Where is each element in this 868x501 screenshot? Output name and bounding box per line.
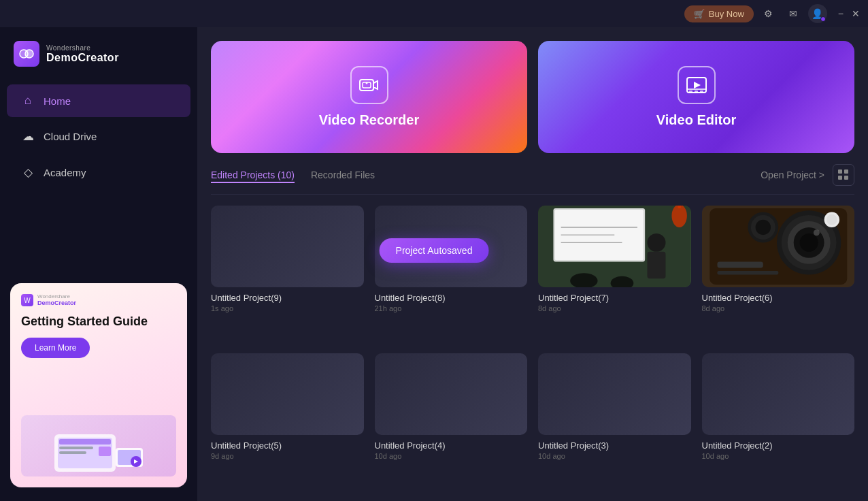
tab-edited-projects[interactable]: Edited Projects (10) — [211, 167, 295, 183]
project-name-6: Untitled Project(6) — [702, 293, 855, 303]
project-time-2: 10d ago — [702, 452, 855, 460]
home-icon: ⌂ — [20, 94, 35, 108]
project-name-5: Untitled Project(5) — [211, 440, 364, 451]
svg-marker-16 — [694, 82, 701, 88]
app-layout: Wondershare DemoCreator ⌂ Home ☁ Cloud D… — [0, 27, 868, 501]
project-card-4[interactable]: Untitled Project(4) 10d ago — [375, 353, 528, 490]
toast-overlay: Project Autosaved — [380, 238, 489, 263]
gs-learn-button[interactable]: Learn More — [21, 338, 90, 358]
app-name: DemoCreator — [46, 52, 119, 64]
user-avatar[interactable]: 👤 — [808, 4, 827, 23]
svg-rect-24 — [844, 176, 848, 180]
video-editor-card[interactable]: Video Editor — [538, 41, 854, 153]
recorder-title: Video Recorder — [319, 112, 419, 128]
editor-icon — [678, 66, 716, 104]
cart-icon: 🛒 — [694, 9, 705, 19]
logo-area: Wondershare DemoCreator — [0, 27, 197, 83]
project-time-4: 10d ago — [375, 452, 528, 460]
svg-rect-20 — [700, 91, 703, 93]
svg-rect-5 — [59, 447, 93, 449]
project-name-2: Untitled Project(2) — [702, 440, 855, 451]
buy-now-label: Buy Now — [709, 9, 744, 19]
gs-logo-icon: W — [21, 294, 33, 306]
titlebar: 🛒 Buy Now ⚙ ✉ 👤 − ✕ — [0, 0, 868, 27]
project-card-2[interactable]: Untitled Project(2) 10d ago — [702, 353, 855, 490]
svg-rect-50 — [717, 261, 763, 268]
gs-illustration — [21, 415, 176, 476]
svg-rect-23 — [838, 176, 842, 180]
project-time-5: 9d ago — [211, 452, 364, 460]
project-card-5[interactable]: Untitled Project(5) 9d ago — [211, 353, 364, 490]
svg-rect-32 — [648, 252, 666, 278]
project-card-9[interactable]: Untitled Project(9) 1s ago — [211, 206, 364, 342]
svg-point-43 — [799, 233, 818, 252]
projects-grid: Untitled Project(9) 1s ago Untitled Proj… — [211, 195, 854, 501]
grid-view-button[interactable] — [833, 164, 854, 186]
sidebar-home-label: Home — [44, 95, 71, 107]
thumb-placeholder-5 — [211, 353, 364, 435]
tab-recorded-files[interactable]: Recorded Files — [311, 167, 375, 183]
project-card-8[interactable]: Untitled Project(8) 21h ago — [375, 206, 528, 342]
sidebar-cloud-label: Cloud Drive — [44, 131, 97, 142]
settings-icon[interactable]: ⚙ — [759, 4, 778, 23]
svg-rect-6 — [59, 451, 86, 454]
svg-point-31 — [648, 233, 666, 252]
cloud-icon: ☁ — [20, 129, 35, 144]
buy-now-button[interactable]: 🛒 Buy Now — [684, 5, 754, 22]
video-recorder-card[interactable]: Video Recorder — [211, 41, 527, 153]
thumb-placeholder-2 — [702, 353, 855, 435]
logo-text: Wondershare DemoCreator — [46, 44, 119, 64]
project-thumb-6 — [702, 206, 855, 287]
project-card-6[interactable]: Untitled Project(6) 8d ago — [702, 206, 855, 342]
svg-point-44 — [813, 229, 819, 236]
sidebar: Wondershare DemoCreator ⌂ Home ☁ Cloud D… — [0, 27, 197, 501]
notifications-icon[interactable]: ✉ — [784, 4, 803, 23]
svg-rect-36 — [678, 206, 680, 208]
getting-started-card: W Wondershare DemoCreator Getting Starte… — [10, 283, 187, 487]
svg-point-49 — [826, 214, 837, 225]
autosave-toast: Project Autosaved — [380, 238, 489, 263]
project-thumb-2 — [702, 353, 855, 435]
project-card-7[interactable]: Untitled Project(7) 8d ago — [538, 206, 691, 342]
gs-brand-name: DemoCreator — [37, 300, 76, 307]
sidebar-academy-label: Academy — [44, 167, 86, 178]
project-name-8: Untitled Project(8) — [375, 293, 528, 303]
project-time-8: 21h ago — [375, 304, 528, 312]
project-time-9: 1s ago — [211, 304, 364, 312]
hero-section: Video Recorder Video Editor — [197, 27, 868, 153]
svg-point-47 — [755, 220, 770, 235]
project-thumb-3 — [538, 353, 691, 435]
project-thumb-9 — [211, 206, 364, 287]
sidebar-item-home[interactable]: ⌂ Home — [7, 84, 190, 117]
project-name-4: Untitled Project(4) — [375, 440, 528, 451]
project-time-6: 8d ago — [702, 304, 855, 312]
editor-title: Video Editor — [656, 112, 736, 128]
project-name-7: Untitled Project(7) — [538, 293, 691, 303]
projects-section: Edited Projects (10) Recorded Files Open… — [197, 153, 868, 501]
project-card-3[interactable]: Untitled Project(3) 10d ago — [538, 353, 691, 490]
svg-rect-51 — [717, 271, 778, 275]
gs-title: Getting Started Guide — [21, 314, 176, 329]
svg-rect-7 — [99, 447, 111, 456]
project-time-7: 8d ago — [538, 304, 691, 312]
project-thumb-4 — [375, 353, 528, 435]
project-thumb-7 — [538, 206, 691, 287]
minimize-button[interactable]: − — [838, 8, 844, 19]
thumb-placeholder-9 — [211, 206, 364, 287]
svg-point-14 — [365, 82, 367, 84]
svg-point-1 — [25, 50, 33, 58]
user-badge-dot — [820, 16, 826, 22]
close-button[interactable]: ✕ — [852, 8, 860, 19]
project-time-3: 10d ago — [538, 452, 691, 460]
sidebar-item-cloud-drive[interactable]: ☁ Cloud Drive — [7, 120, 190, 153]
academy-icon: ◇ — [20, 165, 35, 180]
recorder-icon — [350, 66, 388, 104]
project-name-9: Untitled Project(9) — [211, 293, 364, 303]
main-content: Video Recorder Video Editor — [197, 27, 868, 501]
open-project-button[interactable]: Open Project > — [761, 169, 824, 180]
svg-rect-19 — [695, 91, 698, 93]
sidebar-item-academy[interactable]: ◇ Academy — [7, 156, 190, 189]
svg-rect-12 — [360, 80, 373, 91]
svg-rect-4 — [59, 439, 111, 445]
thumb-placeholder-4 — [375, 353, 528, 435]
